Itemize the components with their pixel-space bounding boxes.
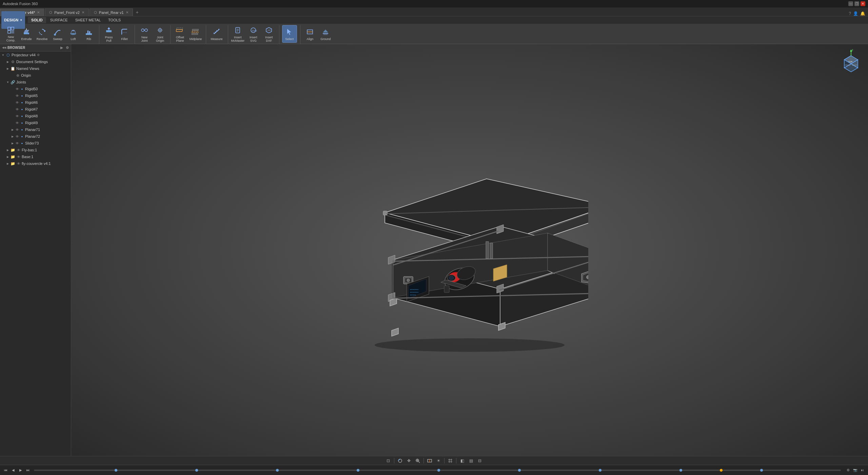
rigid48-eye[interactable]: 👁	[15, 114, 20, 118]
browser-rigid46[interactable]: 👁 ● Rigid46	[9, 99, 71, 106]
press-pull-button[interactable]: PressPull	[101, 25, 116, 43]
base-eye[interactable]: 👁	[16, 154, 21, 159]
tab-solid[interactable]: SOLID	[28, 17, 46, 23]
tab-tools[interactable]: TOOLS	[105, 17, 124, 23]
slider73-eye2[interactable]: ●	[20, 141, 24, 146]
align-button[interactable]: Align	[302, 25, 317, 43]
rigid46-eye[interactable]: 👁	[15, 100, 20, 105]
fly-bas-eye[interactable]: 👁	[16, 148, 21, 152]
browser-root-item[interactable]: ▼ ⬡ Projecteur v44 ⚙	[0, 52, 71, 58]
display-settings-button[interactable]: ☀	[435, 457, 442, 464]
browser-slider73[interactable]: ▶ 👁 ● Slider73	[9, 140, 71, 147]
base-expand[interactable]: ▶	[5, 154, 10, 159]
browser-fly-bas[interactable]: ▶ 📁 👁 Fly-bas:1	[5, 147, 71, 153]
new-tab-button[interactable]: +	[134, 8, 141, 16]
planar72-eye2[interactable]: ●	[20, 134, 24, 139]
measure-button[interactable]: Measure	[209, 25, 224, 43]
account-icon[interactable]: 👤	[853, 11, 858, 16]
browser-named-views[interactable]: ▶ 📋 Named Views	[5, 65, 71, 72]
joint-origin-button[interactable]: JointOrigin	[153, 25, 167, 43]
view-mode3-button[interactable]: ⊟	[476, 457, 484, 464]
tab-surface[interactable]: SURFACE	[47, 17, 71, 23]
browser-rigid50[interactable]: 👁 ● Rigid50	[9, 86, 71, 92]
planar71-eye2[interactable]: ●	[20, 127, 24, 132]
root-expand-arrow[interactable]: ▼	[1, 53, 5, 57]
tab-panel-rear[interactable]: ⬡ Panel_Rear v1 ✕	[90, 8, 133, 16]
pan-button[interactable]: ✥	[405, 457, 413, 464]
insert-svg-button[interactable]: SVG InsertSVG	[246, 25, 261, 43]
slider73-expand[interactable]: ▶	[10, 141, 15, 146]
tab-sheetmetal[interactable]: SHEET METAL	[72, 17, 104, 23]
help-icon[interactable]: ?	[849, 11, 851, 16]
grid-button[interactable]	[447, 457, 454, 464]
rigid46-eye2[interactable]: ●	[20, 100, 24, 105]
view-mode1-button[interactable]: ◧	[458, 457, 466, 464]
rigid47-eye2[interactable]: ●	[20, 107, 24, 112]
planar71-expand[interactable]: ▶	[10, 127, 15, 132]
browser-planar72[interactable]: ▶ 👁 ● Planar72	[9, 133, 71, 140]
timeline-back-button[interactable]: ◀	[10, 467, 16, 473]
browser-doc-settings[interactable]: ▶ ⚙ Document Settings	[5, 58, 71, 65]
fly-couvercle-eye[interactable]: 👁	[16, 161, 21, 166]
slider73-eye[interactable]: 👁	[15, 141, 20, 146]
tab-close-icon3[interactable]: ✕	[126, 11, 129, 14]
viewport[interactable]: ▪▪▪▪▪▪▪ ▪▪▪▪▪▪▪ ▪▪▪▪▪	[71, 44, 868, 456]
timeline-next-button[interactable]: ⏭	[25, 467, 31, 473]
restore-button[interactable]: ❐	[854, 1, 859, 6]
insert-dxf-button[interactable]: DXF InsertDXF	[261, 25, 276, 43]
planar72-expand[interactable]: ▶	[10, 134, 15, 139]
timeline-play-mode-btn[interactable]: ⏯	[859, 467, 865, 473]
notification-icon[interactable]: 🔔	[860, 11, 865, 16]
browser-rigid47[interactable]: 👁 ● Rigid47	[9, 106, 71, 113]
rigid50-eye[interactable]: 👁	[15, 87, 20, 91]
browser-rigid49[interactable]: 👁 ● Rigid49	[9, 119, 71, 126]
select-button[interactable]: Select	[282, 25, 297, 43]
sweep-button[interactable]: Sweep	[50, 25, 65, 43]
viewport-3d[interactable]: ▪▪▪▪▪▪▪ ▪▪▪▪▪▪▪ ▪▪▪▪▪	[71, 44, 868, 456]
close-button[interactable]: ✕	[861, 1, 865, 6]
tab-close-icon[interactable]: ✕	[37, 11, 40, 14]
extrude-button[interactable]: Extrude	[19, 25, 34, 43]
browser-fly-couvercle[interactable]: ▶ 📁 👁 fly-couvercle v4:1	[5, 160, 71, 167]
view-mode2-button[interactable]: ▤	[467, 457, 475, 464]
joints-expand[interactable]: ▼	[5, 80, 10, 84]
rigid50-eye2[interactable]: ●	[20, 87, 24, 91]
rigid45-eye2[interactable]: ●	[20, 93, 24, 98]
browser-origin[interactable]: ⊕ Origin	[9, 72, 71, 79]
tab-close-icon2[interactable]: ✕	[82, 11, 84, 14]
orbit-button[interactable]	[396, 457, 404, 464]
fly-bas-expand[interactable]: ▶	[5, 148, 10, 152]
rigid49-eye[interactable]: 👁	[15, 120, 20, 125]
rigid45-eye[interactable]: 👁	[15, 93, 20, 98]
ground-button[interactable]: Ground	[318, 25, 333, 43]
browser-base[interactable]: ▶ 📁 👁 Base:1	[5, 153, 71, 160]
zoom-button[interactable]	[414, 457, 421, 464]
origin-expand[interactable]	[10, 73, 15, 78]
new-joint-button[interactable]: NewJoint	[137, 25, 152, 43]
rigid49-eye2[interactable]: ●	[20, 120, 24, 125]
fly-couvercle-expand[interactable]: ▶	[5, 161, 10, 166]
fillet-button[interactable]: Fillet	[117, 25, 132, 43]
minimize-button[interactable]: —	[848, 1, 853, 6]
rigid47-eye[interactable]: 👁	[15, 107, 20, 112]
planar72-eye[interactable]: 👁	[15, 134, 20, 139]
tab-panel-front[interactable]: ⬡ Panel_Front v2 ✕	[45, 8, 89, 16]
section-button[interactable]	[426, 457, 433, 464]
zoom-fit-button[interactable]: ⊡	[384, 457, 392, 464]
offset-plane-button[interactable]: OffsetPlane	[173, 25, 188, 43]
doc-settings-expand[interactable]: ▶	[5, 59, 10, 64]
browser-rigid45[interactable]: 👁 ● Rigid45	[9, 92, 71, 99]
timeline-prev-button[interactable]: ⏮	[3, 467, 9, 473]
timeline-settings-btn[interactable]: ⚙	[845, 467, 851, 473]
rib-button[interactable]: Rib	[81, 25, 96, 43]
browser-planar71[interactable]: ▶ 👁 ● Planar71	[9, 126, 71, 133]
midplane-button[interactable]: Midplane	[188, 25, 203, 43]
browser-rigid48[interactable]: 👁 ● Rigid48	[9, 113, 71, 119]
rigid48-eye2[interactable]: ●	[20, 114, 24, 118]
revolve-button[interactable]: Revolve	[35, 25, 50, 43]
viewcube[interactable]: TOP FRONT RIGHT Z	[837, 48, 865, 75]
named-views-expand[interactable]: ▶	[5, 66, 10, 71]
timeline-track[interactable]	[34, 470, 841, 471]
new-component-button[interactable]: NewComp.	[3, 25, 18, 43]
insert-mcmaster-button[interactable]: InsertMcMaster	[230, 25, 245, 43]
